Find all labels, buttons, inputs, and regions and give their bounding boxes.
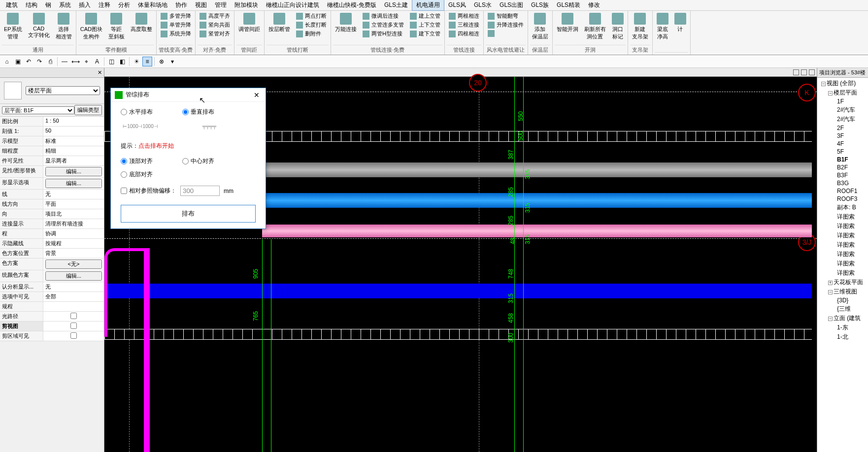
- qat-3d-icon[interactable]: ◫: [106, 57, 116, 66]
- qat-home-icon[interactable]: ⌂: [2, 57, 12, 66]
- project-browser-tree[interactable]: −视图 (全部)−楼层平面1F2#汽车2#汽车2F3F4F5FB1FB2FB3F…: [817, 78, 868, 343]
- tree-node[interactable]: ROOF3: [817, 195, 868, 203]
- menu-item[interactable]: 分析: [114, 0, 134, 10]
- property-value[interactable]: [43, 331, 104, 341]
- ribbon-button[interactable]: CAD图块生构件: [78, 12, 104, 41]
- view-type-select[interactable]: 楼层平面: [26, 86, 100, 95]
- menu-item[interactable]: 视图: [191, 0, 211, 10]
- tree-node[interactable]: B1F: [817, 156, 868, 163]
- property-value[interactable]: 按规程: [43, 239, 104, 248]
- property-value[interactable]: 无: [43, 190, 104, 199]
- tree-node[interactable]: +天花板平面: [817, 278, 868, 287]
- canvas-max-icon[interactable]: [801, 69, 807, 75]
- tree-node[interactable]: 2#汽车: [817, 105, 868, 115]
- qat-sun-icon[interactable]: ☀: [132, 57, 141, 66]
- menu-item[interactable]: GLS土建: [380, 0, 412, 10]
- property-value[interactable]: 背景: [43, 249, 104, 258]
- ribbon-button[interactable]: 选择相连管: [54, 12, 74, 41]
- property-value[interactable]: [43, 117, 104, 126]
- ribbon-button[interactable]: 万能连接: [333, 12, 359, 34]
- tree-node[interactable]: 详图索: [817, 240, 868, 250]
- ribbon-button[interactable]: 智能开洞: [555, 12, 580, 34]
- ribbon-button[interactable]: 竖管对齐: [198, 30, 232, 38]
- ribbon-button[interactable]: EP系统管理: [2, 12, 24, 41]
- qat-redo-icon[interactable]: ↷: [34, 57, 44, 66]
- ribbon-button[interactable]: 四根相连: [447, 30, 481, 38]
- menu-item[interactable]: 机电通用: [412, 0, 444, 11]
- tree-node[interactable]: 1-北: [817, 332, 868, 342]
- tree-node[interactable]: −楼层平面: [817, 88, 868, 97]
- menu-item[interactable]: 插入: [75, 0, 95, 10]
- qat-undo-icon[interactable]: ↶: [24, 57, 33, 66]
- ribbon-button[interactable]: 按层断管: [267, 12, 292, 34]
- menu-item[interactable]: 橄榄山快模-免费版: [323, 0, 380, 10]
- tree-node[interactable]: −三维视图: [817, 287, 868, 296]
- property-value[interactable]: 协调: [43, 229, 104, 238]
- menu-item[interactable]: 建筑: [2, 0, 22, 10]
- layout-horizontal-radio[interactable]: 水平排布: [121, 108, 153, 116]
- ribbon-button[interactable]: 长度打断: [294, 21, 329, 29]
- tree-node[interactable]: 2#汽车: [817, 115, 868, 124]
- ribbon-button[interactable]: 删附件: [294, 30, 329, 38]
- tree-node[interactable]: {3D}: [817, 296, 868, 304]
- ribbon-button[interactable]: CAD文字转化: [26, 12, 52, 40]
- tree-node[interactable]: −视图 (全部): [817, 79, 868, 88]
- qat-switch-icon[interactable]: ▾: [167, 57, 177, 66]
- view-name-select[interactable]: 层平面: B1F: [2, 106, 74, 114]
- property-value[interactable]: 无: [43, 282, 104, 291]
- tree-node[interactable]: {三维: [817, 304, 868, 314]
- tree-node[interactable]: −立面 (建筑: [817, 314, 868, 323]
- ribbon-button[interactable]: 多管升降: [159, 12, 193, 20]
- menu-item[interactable]: 修改: [584, 0, 604, 10]
- tree-node[interactable]: 详图索: [817, 212, 868, 222]
- property-value[interactable]: 50: [43, 127, 104, 136]
- menu-item[interactable]: 系统: [55, 0, 75, 10]
- qat-line-icon[interactable]: ―: [60, 57, 69, 66]
- menu-item[interactable]: 橄榄山正向设计建筑: [262, 0, 323, 10]
- ribbon-button[interactable]: 新建支吊架: [630, 12, 650, 41]
- tree-node[interactable]: B2F: [817, 163, 868, 171]
- ribbon-button[interactable]: 两点打断: [294, 12, 329, 20]
- tree-node[interactable]: 详图索: [817, 259, 868, 268]
- property-value[interactable]: [43, 322, 104, 331]
- menu-item[interactable]: 钢: [41, 0, 55, 10]
- property-value[interactable]: 标准: [43, 136, 104, 146]
- canvas-min-icon[interactable]: [793, 69, 799, 75]
- property-value[interactable]: 显示两者: [43, 156, 104, 165]
- qat-close-icon[interactable]: ⊗: [157, 57, 167, 66]
- property-value[interactable]: 全部: [43, 292, 104, 301]
- align-top-radio[interactable]: 顶部对齐: [121, 157, 153, 165]
- ribbon-button[interactable]: 微调后连接: [361, 12, 406, 20]
- tree-node[interactable]: 2F: [817, 124, 868, 132]
- ribbon-button[interactable]: 竖向共面: [198, 21, 232, 29]
- qat-section-icon[interactable]: ◧: [117, 57, 127, 66]
- qat-print-icon[interactable]: ⎙: [45, 57, 55, 66]
- ribbon-button[interactable]: 两根相连: [447, 12, 481, 20]
- ribbon-button[interactable]: 上下立管: [408, 21, 442, 29]
- ribbon-button[interactable]: 刷新所有洞位置: [582, 12, 608, 41]
- ribbon-button[interactable]: 立管连多支管: [361, 21, 406, 29]
- ribbon-button[interactable]: 洞口标记: [610, 12, 626, 41]
- property-value[interactable]: 平面: [43, 199, 104, 209]
- property-value[interactable]: 项目北: [43, 209, 104, 219]
- ribbon-button[interactable]: 建上立管: [408, 12, 442, 20]
- tree-node[interactable]: 详图索: [817, 222, 868, 231]
- tree-node[interactable]: 详图索: [817, 268, 868, 278]
- tree-node[interactable]: B3F: [817, 171, 868, 179]
- canvas-close-icon[interactable]: [809, 69, 815, 75]
- property-value[interactable]: [43, 302, 104, 311]
- menu-item[interactable]: GLS精装: [553, 0, 584, 10]
- property-value[interactable]: 编辑...: [43, 270, 104, 282]
- tree-node[interactable]: 详图索: [817, 231, 868, 240]
- ribbon-button[interactable]: 调管间距: [236, 12, 262, 34]
- pipe-gray[interactable]: [262, 162, 812, 177]
- ribbon-button[interactable]: 计: [672, 12, 688, 34]
- property-value[interactable]: 编辑...: [43, 166, 104, 177]
- pipe-deepblue[interactable]: [104, 284, 812, 298]
- menu-item[interactable]: 体量和场地: [134, 0, 171, 10]
- properties-close-icon[interactable]: ✕: [98, 69, 102, 76]
- property-value[interactable]: 清理所有墙连接: [43, 219, 104, 228]
- offset-checkbox[interactable]: 相对参照物偏移：: [121, 187, 176, 195]
- ribbon-button[interactable]: 建下立管: [408, 30, 442, 38]
- pipe-magenta[interactable]: [104, 248, 149, 337]
